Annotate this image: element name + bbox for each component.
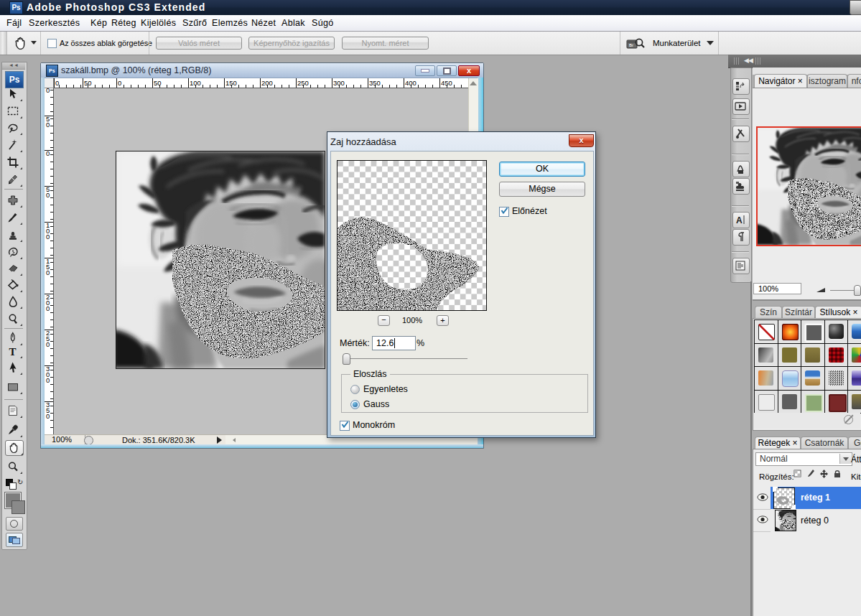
svg-text:A: A [736,215,743,225]
svg-text:Br: Br [629,43,633,47]
svg-text:T: T [9,346,17,358]
